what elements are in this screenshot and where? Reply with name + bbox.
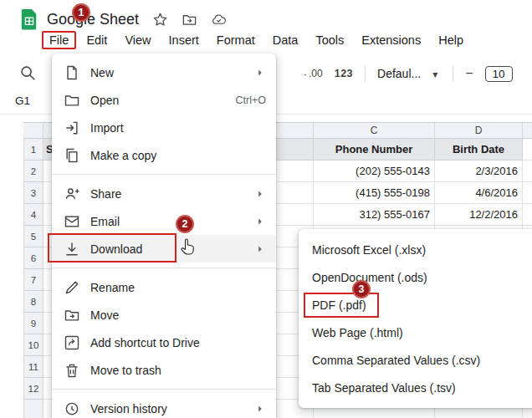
row-number-clipped[interactable] [23,400,43,418]
row-number-9[interactable]: 9 [23,313,43,334]
menu-item-shortcut: Ctrl+O [236,94,266,106]
decrease-font-size-button[interactable]: − [465,66,473,81]
row-number-2[interactable]: 2 [23,161,43,182]
drive-shortcut-icon [64,334,80,351]
menubar-item-format[interactable]: Format [209,31,263,49]
file-menu-item-version-history[interactable]: Version history [52,395,276,418]
menu-item-label: Move [90,308,266,322]
download-submenu-item-web-page-html[interactable]: Web Page (.html) [299,319,532,346]
hand-cursor-icon [179,237,197,257]
menu-item-label: Email [90,215,254,228]
download-submenu-item-opendocument-ods[interactable]: OpenDocument (.ods) [299,263,532,291]
cell-d4[interactable]: 12/2/2016 [435,204,523,226]
menubar-item-data[interactable]: Data [265,31,306,49]
font-selector[interactable]: Defaul... [377,67,421,80]
cell-d1-header[interactable]: Birth Date [435,139,523,161]
menu-item-label: Move to trash [90,364,266,377]
submenu-arrow-icon [254,188,266,200]
cell-d2[interactable]: 2/3/2016 [435,161,523,182]
row-number-1[interactable]: 1 [23,139,43,161]
name-box[interactable]: G1 [15,94,30,107]
annotation-box-pdf [304,293,379,318]
cloud-status-icon[interactable] [211,12,227,28]
cell-e4[interactable] [523,204,532,226]
menu-item-label: Make a copy [90,149,266,162]
import-icon [64,120,80,136]
row-number-4[interactable]: 4 [23,204,43,226]
cell-c1-header[interactable]: Phone Number [314,139,435,161]
move-folder-icon [64,307,80,324]
menubar-item-file[interactable]: File [42,31,76,49]
file-menu-item-move-to-trash[interactable]: Move to trash [52,356,276,384]
menubar-item-edit[interactable]: Edit [79,31,115,49]
move-folder-icon[interactable] [182,12,197,28]
toolbar-divider [453,65,453,82]
copy-icon [64,147,80,164]
menu-item-label: Add shortcut to Drive [90,336,266,349]
sheets-logo-icon[interactable] [20,8,38,30]
email-icon [64,213,80,230]
trash-icon [64,362,80,379]
row-number-12[interactable]: 12 [23,378,43,400]
file-menu-item-new[interactable]: New [52,59,276,86]
download-submenu-item-microsoft-excel-xlsx[interactable]: Microsoft Excel (.xlsx) [299,236,532,263]
file-menu-item-email[interactable]: Email [52,207,276,235]
menubar-item-help[interactable]: Help [431,31,471,49]
file-menu-item-import[interactable]: Import [52,114,276,141]
submenu-arrow-icon [254,243,266,255]
cell-d3[interactable]: 4/6/2016 [435,182,523,204]
download-submenu-item-comma-separated-values-csv[interactable]: Comma Separated Values (.csv) [299,346,532,374]
menu-item-label: New [90,66,254,79]
cell-e1[interactable] [523,139,532,161]
select-all-corner[interactable] [23,122,43,139]
submenu-arrow-icon [254,67,266,79]
google-sheets-window: Google Sheet FileEditViewInsertFormatDat… [0,0,532,418]
menubar-item-insert[interactable]: Insert [161,31,207,49]
row-number-7[interactable]: 7 [23,269,43,291]
row-number-5[interactable]: 5 [23,226,43,247]
menu-item-label: Rename [90,281,266,294]
menu-item-label: Import [90,121,266,135]
column-header-e[interactable] [523,122,532,139]
cell-c2[interactable]: (202) 555-0143 [314,161,435,182]
menu-item-label: Open [90,94,236,107]
file-menu-item-make-a-copy[interactable]: Make a copy [52,141,276,169]
cell-c3[interactable]: (415) 555-0198 [314,182,435,204]
file-menu-item-add-shortcut-to-drive[interactable]: Add shortcut to Drive [52,329,276,356]
file-menu-item-move[interactable]: Move [52,301,276,329]
titlebar: Google Sheet [20,7,227,32]
submenu-arrow-icon [254,403,266,415]
step-1-badge: 1 [72,3,90,22]
download-submenu-item-tab-separated-values-tsv[interactable]: Tab Separated Values (.tsv) [299,374,532,401]
menubar-item-tools[interactable]: Tools [308,31,351,49]
row-number-3[interactable]: 3 [23,182,43,204]
toolbar-divider [365,65,366,82]
menu-item-label: Share [90,187,254,201]
column-header-d[interactable]: D [435,122,523,139]
file-menu-item-share[interactable]: Share [52,180,276,207]
menubar-item-view[interactable]: View [117,31,158,49]
row-number-8[interactable]: 8 [23,291,43,313]
menu-separator [52,174,276,175]
new-document-icon [64,64,80,81]
row-number-6[interactable]: 6 [23,247,43,269]
cell-e3[interactable] [523,182,532,204]
star-icon[interactable] [152,12,168,28]
increase-decimal-button[interactable]: .00 [299,68,323,79]
version-history-icon [64,400,80,417]
number-format-button[interactable]: 123 [335,68,353,79]
file-menu-item-rename[interactable]: Rename [52,273,276,301]
step-2-badge: 2 [176,215,194,233]
toolbar-right-cluster: .00 123 Defaul... − 10 [299,60,513,87]
row-number-10[interactable]: 10 [23,334,43,356]
cell-c4[interactable]: 312) 555-0167 [314,204,435,226]
column-header-c[interactable]: C [314,122,435,139]
font-size-input[interactable]: 10 [485,66,513,82]
chevron-down-icon[interactable] [432,68,441,80]
file-menu-item-open[interactable]: OpenCtrl+O [52,86,276,114]
document-title[interactable]: Google Sheet [47,11,139,28]
row-number-11[interactable]: 11 [23,356,43,378]
search-icon[interactable] [18,64,37,82]
cell-e2[interactable] [523,161,532,182]
menubar-item-extensions[interactable]: Extensions [354,31,428,49]
